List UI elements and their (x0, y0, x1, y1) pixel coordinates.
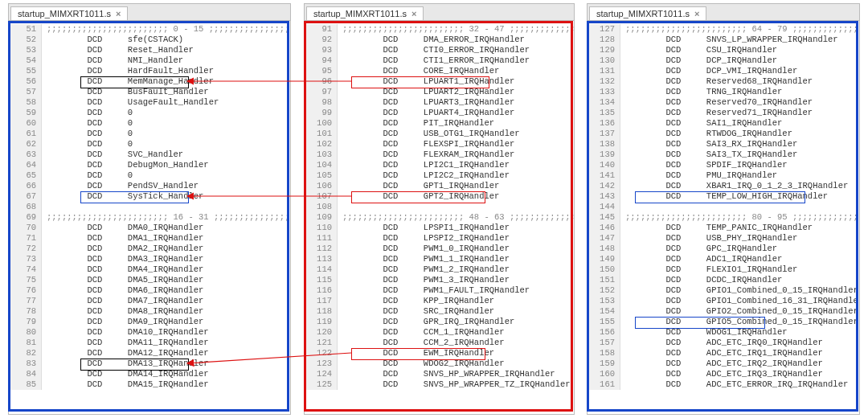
code-line[interactable]: 134 DCD Reserved70_IRQHandler (588, 97, 859, 108)
close-icon[interactable]: × (116, 9, 121, 18)
code-line[interactable]: 91;;;;;;;;;;;;;;;;;;;;;;;; 32 - 47 ;;;;;… (305, 24, 574, 35)
code-line[interactable]: 54 DCD NMI_Handler (9, 55, 290, 66)
code-line[interactable]: 152 DCD GPIO1_Combined_0_15_IRQHandler (588, 285, 859, 296)
code-line[interactable]: 55 DCD HardFault_Handler (9, 66, 290, 76)
code-line[interactable]: 138 DCD SAI3_RX_IRQHandler (588, 139, 859, 150)
code-line[interactable]: 93 DCD CTI0_ERROR_IRQHandler (305, 45, 574, 55)
code-line[interactable]: 136 DCD SAI1_IRQHandler (588, 118, 859, 129)
code-line[interactable]: 143 DCD TEMP_LOW_HIGH_IRQHandler (588, 191, 859, 202)
code-line[interactable]: 63 DCD SVC_Handler (9, 150, 290, 160)
code-line[interactable]: 101 DCD USB_OTG1_IRQHandler (305, 129, 574, 139)
code-line[interactable]: 76 DCD DMA6_IRQHandler (9, 285, 290, 296)
code-line[interactable]: 117 DCD KPP_IRQHandler (305, 296, 574, 306)
code-line[interactable]: 159 DCD ADC_ETC_IRQ2_IRQHandler (588, 359, 859, 369)
code-line[interactable]: 148 DCD GPC_IRQHandler (588, 244, 859, 254)
code-line[interactable]: 57 DCD BusFault_Handler (9, 87, 290, 97)
code-line[interactable]: 80 DCD DMA10_IRQHandler (9, 327, 290, 338)
code-line[interactable]: 96 DCD LPUART1_IRQHandler (305, 76, 574, 87)
code-line[interactable]: 95 DCD CORE_IRQHandler (305, 66, 574, 76)
code-line[interactable]: 131 DCD DCP_VMI_IRQHandler (588, 66, 859, 76)
code-line[interactable]: 100 DCD PIT_IRQHandler (305, 118, 574, 129)
code-line[interactable]: 123 DCD WDOG2_IRQHandler (305, 359, 574, 369)
code-line[interactable]: 114 DCD PWM1_2_IRQHandler (305, 264, 574, 275)
code-line[interactable]: 157 DCD ADC_ETC_IRQ0_IRQHandler (588, 338, 859, 348)
code-line[interactable]: 139 DCD SAI3_TX_IRQHandler (588, 150, 859, 160)
code-line[interactable]: 130 DCD DCP_IRQHandler (588, 55, 859, 66)
code-line[interactable]: 116 DCD PWM1_FAULT_IRQHandler (305, 285, 574, 296)
code-line[interactable]: 153 DCD GPIO1_Combined_16_31_IRQHandler (588, 296, 859, 306)
code-line[interactable]: 122 DCD EWM_IRQHandler (305, 348, 574, 359)
code-line[interactable]: 110 DCD LPSPI1_IRQHandler (305, 223, 574, 233)
code-line[interactable]: 52 DCD sfe(CSTACK) (9, 35, 290, 45)
code-line[interactable]: 161 DCD ADC_ETC_ERROR_IRQ_IRQHandler (588, 379, 859, 390)
code-line[interactable]: 118 DCD SRC_IRQHandler (305, 306, 574, 317)
editor-tab[interactable]: startup_MIMXRT1011.s × (10, 6, 128, 20)
code-line[interactable]: 106 DCD GPT1_IRQHandler (305, 181, 574, 191)
code-line[interactable]: 141 DCD PMU_IRQHandler (588, 170, 859, 181)
code-line[interactable]: 146 DCD TEMP_PANIC_IRQHandler (588, 223, 859, 233)
code-line[interactable]: 75 DCD DMA5_IRQHandler (9, 275, 290, 285)
code-line[interactable]: 61 DCD 0 (9, 129, 290, 139)
code-line[interactable]: 97 DCD LPUART2_IRQHandler (305, 87, 574, 97)
code-line[interactable]: 81 DCD DMA11_IRQHandler (9, 338, 290, 348)
code-line[interactable]: 149 DCD ADC1_IRQHandler (588, 254, 859, 264)
code-line[interactable]: 70 DCD DMA0_IRQHandler (9, 223, 290, 233)
code-line[interactable]: 98 DCD LPUART3_IRQHandler (305, 97, 574, 108)
code-line[interactable]: 51;;;;;;;;;;;;;;;;;;;;;;;; 0 - 15 ;;;;;;… (9, 24, 290, 35)
code-line[interactable]: 60 DCD 0 (9, 118, 290, 129)
code-line[interactable]: 68 (9, 202, 290, 212)
code-line[interactable]: 154 DCD GPIO2_Combined_0_15_IRQHandler (588, 306, 859, 317)
code-line[interactable]: 109;;;;;;;;;;;;;;;;;;;;;;;; 48 - 63 ;;;;… (305, 212, 574, 223)
code-line[interactable]: 83 DCD DMA13_IRQHandler (9, 359, 290, 369)
code-line[interactable]: 160 DCD ADC_ETC_IRQ3_IRQHandler (588, 369, 859, 379)
code-line[interactable]: 56 DCD MemManage_Handler (9, 76, 290, 87)
code-line[interactable]: 137 DCD RTWDOG_IRQHandler (588, 129, 859, 139)
code-line[interactable]: 120 DCD CCM_1_IRQHandler (305, 327, 574, 338)
code-line[interactable]: 71 DCD DMA1_IRQHandler (9, 233, 290, 244)
code-line[interactable]: 133 DCD TRNG_IRQHandler (588, 87, 859, 97)
code-line[interactable]: 113 DCD PWM1_1_IRQHandler (305, 254, 574, 264)
code-line[interactable]: 77 DCD DMA7_IRQHandler (9, 296, 290, 306)
code-line[interactable]: 105 DCD LPI2C2_IRQHandler (305, 170, 574, 181)
code-line[interactable]: 69;;;;;;;;;;;;;;;;;;;;;;;; 16 - 31 ;;;;;… (9, 212, 290, 223)
code-line[interactable]: 85 DCD DMA15_IRQHandler (9, 379, 290, 390)
code-line[interactable]: 144 (588, 202, 859, 212)
code-line[interactable]: 150 DCD FLEXIO1_IRQHandler (588, 264, 859, 275)
code-line[interactable]: 127;;;;;;;;;;;;;;;;;;;;;;;; 64 - 79 ;;;;… (588, 24, 859, 35)
code-line[interactable]: 158 DCD ADC_ETC_IRQ1_IRQHandler (588, 348, 859, 359)
code-line[interactable]: 129 DCD CSU_IRQHandler (588, 45, 859, 55)
code-line[interactable]: 65 DCD 0 (9, 170, 290, 181)
code-line[interactable]: 151 DCD DCDC_IRQHandler (588, 275, 859, 285)
code-line[interactable]: 124 DCD SNVS_HP_WRAPPER_IRQHandler (305, 369, 574, 379)
code-area-left[interactable]: 51;;;;;;;;;;;;;;;;;;;;;;;; 0 - 15 ;;;;;;… (9, 21, 290, 414)
code-line[interactable]: 74 DCD DMA4_IRQHandler (9, 264, 290, 275)
code-line[interactable]: 72 DCD DMA2_IRQHandler (9, 244, 290, 254)
code-line[interactable]: 103 DCD FLEXRAM_IRQHandler (305, 150, 574, 160)
code-line[interactable]: 145;;;;;;;;;;;;;;;;;;;;;;;; 80 - 95 ;;;;… (588, 212, 859, 223)
code-line[interactable]: 107 DCD GPT2_IRQHandler (305, 191, 574, 202)
code-line[interactable]: 78 DCD DMA8_IRQHandler (9, 306, 290, 317)
code-line[interactable]: 62 DCD 0 (9, 139, 290, 150)
code-line[interactable]: 92 DCD DMA_ERROR_IRQHandler (305, 35, 574, 45)
code-line[interactable]: 147 DCD USB_PHY_IRQHandler (588, 233, 859, 244)
code-line[interactable]: 142 DCD XBAR1_IRQ_0_1_2_3_IRQHandler (588, 181, 859, 191)
code-line[interactable]: 135 DCD Reserved71_IRQHandler (588, 108, 859, 118)
code-line[interactable]: 125 DCD SNVS_HP_WRAPPER_TZ_IRQHandler (305, 379, 574, 390)
code-area-right[interactable]: 127;;;;;;;;;;;;;;;;;;;;;;;; 64 - 79 ;;;;… (588, 21, 859, 414)
code-line[interactable]: 108 (305, 202, 574, 212)
editor-tab[interactable]: startup_MIMXRT1011.s × (306, 6, 424, 20)
code-line[interactable]: 132 DCD Reserved68_IRQHandler (588, 76, 859, 87)
code-line[interactable]: 128 DCD SNVS_LP_WRAPPER_IRQHandler (588, 35, 859, 45)
code-line[interactable]: 66 DCD PendSV_Handler (9, 181, 290, 191)
code-line[interactable]: 115 DCD PWM1_3_IRQHandler (305, 275, 574, 285)
code-area-mid[interactable]: 91;;;;;;;;;;;;;;;;;;;;;;;; 32 - 47 ;;;;;… (305, 21, 574, 414)
code-line[interactable]: 64 DCD DebugMon_Handler (9, 160, 290, 170)
code-line[interactable]: 84 DCD DMA14_IRQHandler (9, 369, 290, 379)
code-line[interactable]: 119 DCD GPR_IRQ_IRQHandler (305, 317, 574, 327)
code-line[interactable]: 58 DCD UsageFault_Handler (9, 97, 290, 108)
code-line[interactable]: 59 DCD 0 (9, 108, 290, 118)
editor-tab[interactable]: startup_MIMXRT1011.s × (589, 6, 706, 20)
code-line[interactable]: 53 DCD Reset_Handler (9, 45, 290, 55)
close-icon[interactable]: × (694, 9, 699, 18)
code-line[interactable]: 156 DCD WDOG1_IRQHandler (588, 327, 859, 338)
